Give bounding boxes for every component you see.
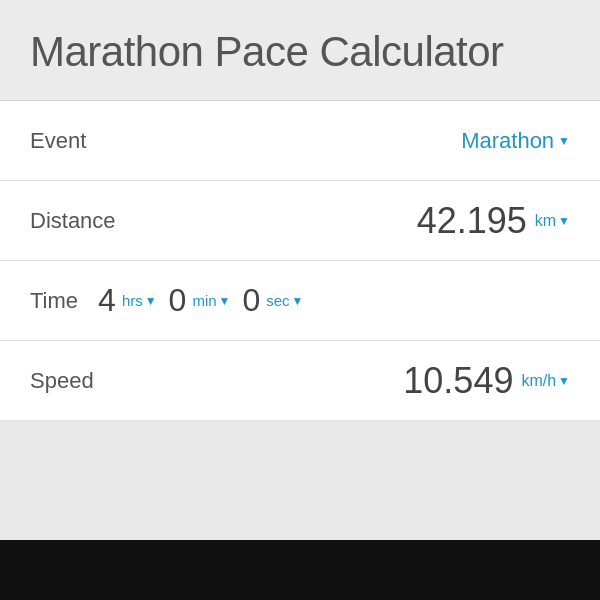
time-seconds-value: 0 [242,282,260,319]
event-dropdown[interactable]: Marathon ▼ [461,128,570,154]
bottom-bar [0,540,600,600]
speed-unit-dropdown[interactable]: km/h ▼ [521,372,570,390]
time-hours-dropdown[interactable]: hrs ▼ [122,292,157,309]
distance-unit-text: km [535,212,556,230]
time-minutes-arrow: ▼ [219,294,231,308]
time-seconds-unit: sec [266,292,289,309]
main-content: Event Marathon ▼ Distance 42.195 km ▼ Ti… [0,101,600,421]
event-label: Event [30,128,150,154]
event-row: Event Marathon ▼ [0,101,600,181]
app-header: Marathon Pace Calculator [0,0,600,101]
page-title: Marathon Pace Calculator [30,28,570,76]
time-row: Time 4 hrs ▼ 0 min ▼ 0 sec ▼ [0,261,600,341]
event-dropdown-arrow: ▼ [558,134,570,148]
time-minutes-unit: min [192,292,216,309]
event-value-text: Marathon [461,128,554,154]
distance-row: Distance 42.195 km ▼ [0,181,600,261]
time-hours-segment: 4 hrs ▼ [98,282,157,319]
speed-row: Speed 10.549 km/h ▼ [0,341,600,421]
distance-unit-arrow: ▼ [558,214,570,228]
event-value-container: Marathon ▼ [461,128,570,154]
time-hours-value: 4 [98,282,116,319]
time-seconds-arrow: ▼ [292,294,304,308]
distance-value-container: 42.195 km ▼ [417,200,570,242]
time-minutes-segment: 0 min ▼ [169,282,231,319]
speed-value-container: 10.549 km/h ▼ [403,360,570,402]
time-hours-arrow: ▼ [145,294,157,308]
speed-unit-arrow: ▼ [558,374,570,388]
speed-unit-text: km/h [521,372,556,390]
time-minutes-dropdown[interactable]: min ▼ [192,292,230,309]
distance-value: 42.195 [417,200,527,242]
time-label: Time [30,288,78,314]
distance-unit-dropdown[interactable]: km ▼ [535,212,570,230]
speed-label: Speed [30,368,150,394]
time-minutes-value: 0 [169,282,187,319]
speed-value: 10.549 [403,360,513,402]
time-seconds-segment: 0 sec ▼ [242,282,303,319]
time-seconds-dropdown[interactable]: sec ▼ [266,292,303,309]
distance-label: Distance [30,208,150,234]
time-segments: 4 hrs ▼ 0 min ▼ 0 sec ▼ [98,282,303,319]
time-hours-unit: hrs [122,292,143,309]
